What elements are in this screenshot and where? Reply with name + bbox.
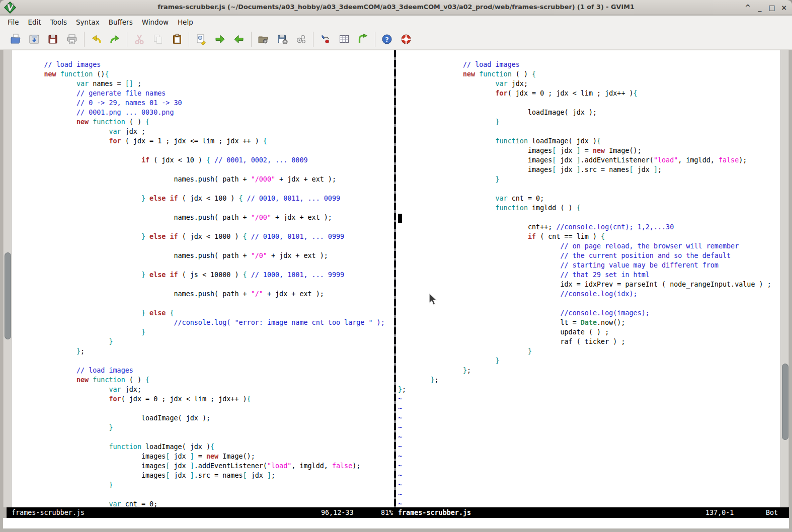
- code-line[interactable]: idx = idxPrev = parseInt ( node_rangeInp…: [398, 280, 780, 289]
- code-line[interactable]: ~: [398, 442, 780, 452]
- menu-window[interactable]: Window: [137, 17, 173, 28]
- code-line[interactable]: // load images: [12, 366, 392, 375]
- code-line[interactable]: //console.log(idx);: [398, 289, 780, 299]
- code-line[interactable]: };: [398, 366, 780, 375]
- code-line[interactable]: ~: [398, 471, 780, 480]
- code-line[interactable]: [12, 146, 392, 155]
- left-scrollbar-track[interactable]: [3, 50, 12, 507]
- toolbar-help-button[interactable]: ?: [381, 33, 393, 45]
- toolbar-tag-jump-button[interactable]: [357, 33, 369, 45]
- code-line[interactable]: if ( jdx < 10 ) { // 0001, 0002, ... 000…: [12, 155, 392, 165]
- code-line[interactable]: } else if ( js < 10000 ) { // 1000, 1001…: [12, 270, 392, 280]
- toolbar-load-session-button[interactable]: [257, 33, 269, 45]
- code-line[interactable]: images[ jdx ] = new Image();: [12, 452, 392, 461]
- code-line[interactable]: // 0001.png ... 0030.png: [12, 108, 392, 117]
- code-line[interactable]: var jdx ;: [12, 127, 392, 136]
- code-line[interactable]: names.push( path + "/00" + jdx + ext );: [12, 213, 392, 222]
- maximize-button[interactable]: □: [766, 2, 778, 13]
- code-line[interactable]: [12, 280, 392, 289]
- code-line[interactable]: } else if ( jdx < 100 ) { // 0010, 0011,…: [12, 194, 392, 203]
- code-line[interactable]: }: [398, 117, 780, 127]
- code-line[interactable]: };: [12, 346, 392, 356]
- code-line[interactable]: }: [398, 356, 780, 366]
- code-line[interactable]: }: [12, 327, 392, 337]
- toolbar-redo-button[interactable]: [109, 33, 121, 45]
- close-button[interactable]: ×: [778, 2, 790, 13]
- toolbar-save-button[interactable]: [28, 33, 40, 45]
- code-line[interactable]: var names = [] ;: [12, 79, 392, 88]
- code-line[interactable]: function loadImage( jdx ){: [398, 136, 780, 146]
- code-line[interactable]: images[ jdx ].addEventListener("load", i…: [12, 461, 392, 471]
- code-line[interactable]: names.push( path + "/000" + jdx + ext );: [12, 174, 392, 184]
- menu-buffers[interactable]: Buffers: [104, 17, 137, 28]
- code-line[interactable]: };: [398, 385, 780, 394]
- code-line[interactable]: var jdx;: [398, 79, 780, 88]
- code-line[interactable]: [12, 50, 392, 60]
- code-line[interactable]: ~: [398, 423, 780, 432]
- code-line[interactable]: if ( cnt == lim ) {: [398, 232, 780, 241]
- code-line[interactable]: // the current position and so the defau…: [398, 251, 780, 260]
- status-bar[interactable]: frames-scrubber.js 96,12-33 81% frames-s…: [7, 507, 789, 518]
- toolbar-run-ctags-button[interactable]: [338, 33, 350, 45]
- toolbar-save-all-button[interactable]: [47, 33, 59, 45]
- code-line[interactable]: [12, 260, 392, 270]
- code-line[interactable]: cnt++; //console.log(cnt); 1,2,...30: [398, 222, 780, 232]
- code-pane-left[interactable]: // load images new function (){ var name…: [12, 50, 392, 507]
- code-line[interactable]: // that 29 set in html: [398, 270, 780, 280]
- code-line[interactable]: function loadImage( jdx ){: [12, 442, 392, 452]
- code-line[interactable]: new function ( ) {: [12, 117, 392, 127]
- code-line[interactable]: [398, 98, 780, 108]
- code-line[interactable]: [12, 299, 392, 308]
- minimize-button[interactable]: _: [754, 2, 766, 13]
- code-line[interactable]: } else {: [12, 308, 392, 318]
- code-pane-right[interactable]: // load images new function ( ) { var jd…: [398, 50, 780, 507]
- code-line[interactable]: lt = Date.now();: [398, 318, 780, 327]
- menu-help[interactable]: Help: [173, 17, 198, 28]
- code-line[interactable]: new function ( ) {: [12, 375, 392, 385]
- code-line[interactable]: [398, 213, 780, 222]
- toolbar-find-prev-button[interactable]: [233, 33, 245, 45]
- code-line[interactable]: images[ jdx ] = new Image();: [398, 146, 780, 155]
- toolbar-run-script-button[interactable]: [295, 33, 307, 45]
- code-line[interactable]: for( jdx = 0 ; jdx < lim ; jdx++ ){: [12, 394, 392, 404]
- code-line[interactable]: [12, 356, 392, 366]
- toolbar-find-help-button[interactable]: [400, 33, 412, 45]
- code-line[interactable]: function imgldd ( ) {: [398, 203, 780, 213]
- toolbar-find-next-button[interactable]: [214, 33, 226, 45]
- code-line[interactable]: ~: [398, 499, 780, 507]
- code-line[interactable]: }: [12, 480, 392, 490]
- code-line[interactable]: [398, 127, 780, 136]
- menu-file[interactable]: File: [3, 17, 24, 28]
- code-line[interactable]: //console.log(images);: [398, 308, 780, 318]
- code-line[interactable]: new function (){: [12, 69, 392, 79]
- toolbar-paste-button[interactable]: [171, 33, 183, 45]
- code-line[interactable]: [12, 184, 392, 194]
- code-line[interactable]: };: [398, 375, 780, 385]
- code-line[interactable]: raf ( ticker ) ;: [398, 337, 780, 346]
- code-line[interactable]: // starting value may be different from: [398, 260, 780, 270]
- code-line[interactable]: [12, 432, 392, 442]
- menu-syntax[interactable]: Syntax: [71, 17, 104, 28]
- code-line[interactable]: //console.log( "error: image name cnt to…: [12, 318, 392, 327]
- toolbar-save-session-button[interactable]: [276, 33, 288, 45]
- code-line[interactable]: ~: [398, 461, 780, 471]
- code-line[interactable]: ~: [398, 404, 780, 413]
- code-line[interactable]: names.push( path + "/0" + jdx + ext );: [12, 251, 392, 260]
- code-line[interactable]: images[ jdx ].src = names[ jdx ];: [398, 165, 780, 174]
- code-line[interactable]: names.push( path + "/" + jdx + ext );: [12, 289, 392, 299]
- code-line[interactable]: loadImage( jdx );: [398, 108, 780, 117]
- code-line[interactable]: // load images: [398, 60, 780, 69]
- toolbar-undo-button[interactable]: [90, 33, 102, 45]
- code-line[interactable]: var cnt = 0;: [12, 499, 392, 507]
- right-scrollbar-track[interactable]: [780, 50, 789, 507]
- toolbar-copy-button[interactable]: [152, 33, 164, 45]
- code-line[interactable]: [12, 490, 392, 499]
- code-line[interactable]: // load images: [12, 60, 392, 69]
- code-line[interactable]: }: [398, 174, 780, 184]
- code-line[interactable]: [12, 222, 392, 232]
- code-line[interactable]: }: [12, 423, 392, 432]
- code-line[interactable]: ~: [398, 413, 780, 423]
- code-line[interactable]: }: [12, 337, 392, 346]
- toolbar-open-button[interactable]: [10, 33, 22, 45]
- code-line[interactable]: }: [398, 346, 780, 356]
